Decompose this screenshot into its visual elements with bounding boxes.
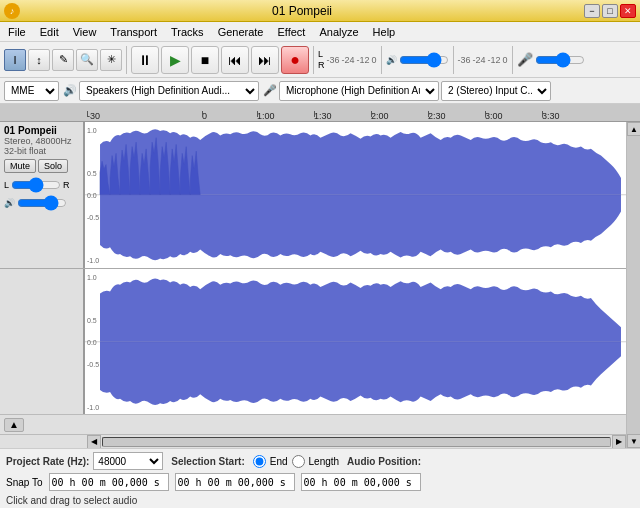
content-area: 01 Pompeii Stereo, 48000Hz 32-bit float … bbox=[0, 122, 640, 448]
project-rate-label: Project Rate (Hz): bbox=[6, 456, 89, 467]
window-title: 01 Pompeii bbox=[20, 4, 584, 18]
output-device-select[interactable]: Speakers (High Definition Audi... bbox=[79, 81, 259, 101]
title-bar: ♪ 01 Pompeii − □ ✕ bbox=[0, 0, 640, 22]
svg-text:0.0: 0.0 bbox=[87, 337, 97, 346]
svg-text:0.5: 0.5 bbox=[87, 168, 97, 177]
audio-position-section: Audio Position: bbox=[347, 456, 421, 467]
track-1-samplerate: Stereo, 48000Hz bbox=[4, 136, 79, 146]
input-device-select[interactable]: Microphone (High Definition Au... bbox=[279, 81, 439, 101]
track-1-waveform[interactable]: 1.0 0.5 0.0 -0.5 -1.0 bbox=[85, 122, 626, 268]
track-2-row: 1.0 0.5 0.0 -0.5 -1.0 bbox=[0, 269, 626, 415]
project-rate-section: Project Rate (Hz): 48000 bbox=[6, 452, 163, 470]
pan-row: L R bbox=[4, 177, 79, 193]
track-1-waveform-svg: 1.0 0.5 0.0 -0.5 -1.0 bbox=[85, 122, 626, 268]
menu-edit[interactable]: Edit bbox=[34, 24, 65, 40]
db-zero: 0 bbox=[372, 55, 377, 65]
audio-position-input[interactable] bbox=[301, 473, 421, 491]
envelope-tool[interactable]: ↕ bbox=[28, 49, 50, 71]
l-label: L bbox=[4, 180, 9, 190]
input-volume-slider[interactable] bbox=[535, 54, 585, 66]
hscroll-left-button[interactable]: ◀ bbox=[87, 435, 101, 449]
menu-help[interactable]: Help bbox=[367, 24, 402, 40]
output-volume-slider[interactable] bbox=[399, 54, 449, 66]
timeline-ruler: -30 0 1:00 1:30 2:00 2:30 3:00 3:30 bbox=[0, 104, 640, 122]
mute-button[interactable]: Mute bbox=[4, 159, 36, 173]
menu-transport[interactable]: Transport bbox=[104, 24, 163, 40]
solo-button[interactable]: Solo bbox=[38, 159, 68, 173]
minimize-button[interactable]: − bbox=[584, 4, 600, 18]
expand-track-button[interactable]: ▲ bbox=[4, 418, 24, 432]
length-radio[interactable] bbox=[292, 455, 305, 468]
separator2 bbox=[313, 46, 314, 74]
track-1-bitdepth: 32-bit float bbox=[4, 146, 79, 156]
menu-effect[interactable]: Effect bbox=[272, 24, 312, 40]
status-row-1: Project Rate (Hz): 48000 Selection Start… bbox=[0, 449, 640, 473]
app-icon: ♪ bbox=[4, 3, 20, 19]
hscroll-right-button[interactable]: ▶ bbox=[612, 435, 626, 449]
separator1 bbox=[126, 46, 127, 74]
separator3 bbox=[381, 46, 382, 74]
speaker-section: 🔊 Speakers (High Definition Audi... bbox=[63, 81, 259, 101]
tick-marks: -30 0 1:00 1:30 2:00 2:30 3:00 3:30 bbox=[87, 104, 640, 121]
track-1-row: 01 Pompeii Stereo, 48000Hz 32-bit float … bbox=[0, 122, 626, 269]
end-radio[interactable] bbox=[253, 455, 266, 468]
tick-3min: 3:00 bbox=[485, 111, 503, 121]
tick-0: 0 bbox=[202, 111, 207, 121]
pan-slider[interactable] bbox=[11, 177, 61, 193]
host-select[interactable]: MME bbox=[4, 81, 59, 101]
record-button[interactable]: ● bbox=[281, 46, 309, 74]
selection-start-section: Selection Start: bbox=[171, 456, 244, 467]
pause-button[interactable]: ⏸ bbox=[131, 46, 159, 74]
mic-icon: 🎤 bbox=[517, 52, 533, 67]
menu-file[interactable]: File bbox=[2, 24, 32, 40]
menu-generate[interactable]: Generate bbox=[212, 24, 270, 40]
menu-view[interactable]: View bbox=[67, 24, 103, 40]
status-inputs-row: Snap To bbox=[0, 473, 640, 493]
track-1-title: 01 Pompeii bbox=[4, 125, 79, 136]
track-1-info: 01 Pompeii Stereo, 48000Hz 32-bit float … bbox=[0, 122, 85, 268]
maximize-button[interactable]: □ bbox=[602, 4, 618, 18]
music-icon: ♪ bbox=[10, 6, 15, 16]
volume-slider[interactable] bbox=[17, 195, 67, 211]
speaker-device-icon: 🔊 bbox=[63, 84, 77, 97]
db-neg24: -24 bbox=[342, 55, 355, 65]
svg-text:0.5: 0.5 bbox=[87, 315, 97, 324]
snap-to-label: Snap To bbox=[6, 477, 43, 488]
horizontal-scrollbar: ◀ ▶ bbox=[0, 434, 626, 448]
draw-tool[interactable]: ✎ bbox=[52, 49, 74, 71]
close-button[interactable]: ✕ bbox=[620, 4, 636, 18]
track-2-waveform[interactable]: 1.0 0.5 0.0 -0.5 -1.0 bbox=[85, 269, 626, 415]
play-button[interactable]: ▶ bbox=[161, 46, 189, 74]
db-neg12: -12 bbox=[357, 55, 370, 65]
multi-tool[interactable]: ✳ bbox=[100, 49, 122, 71]
menu-tracks[interactable]: Tracks bbox=[165, 24, 210, 40]
window-controls: − □ ✕ bbox=[584, 4, 636, 18]
host-section: MME bbox=[4, 81, 59, 101]
level-R-label: R bbox=[318, 60, 325, 70]
selection-start-label: Selection Start: bbox=[171, 456, 244, 467]
zoom-tool[interactable]: 🔍 bbox=[76, 49, 98, 71]
vscroll-down-button[interactable]: ▼ bbox=[627, 434, 640, 448]
hscroll-track[interactable] bbox=[102, 437, 611, 447]
channel-select[interactable]: 2 (Stereo) Input C... bbox=[441, 81, 551, 101]
separator4 bbox=[453, 46, 454, 74]
stop-button[interactable]: ■ bbox=[191, 46, 219, 74]
tick-3min30: 3:30 bbox=[542, 111, 560, 121]
level-meter-lr: L R bbox=[318, 49, 325, 70]
svg-text:1.0: 1.0 bbox=[87, 272, 97, 281]
level-values-right: -36 -24 -12 0 bbox=[458, 55, 508, 65]
menu-analyze[interactable]: Analyze bbox=[313, 24, 364, 40]
vscroll-track[interactable] bbox=[627, 136, 640, 434]
skip-start-button[interactable]: ⏮ bbox=[221, 46, 249, 74]
selection-end-input[interactable] bbox=[175, 473, 295, 491]
project-rate-select[interactable]: 48000 bbox=[93, 452, 163, 470]
app-window: ♪ 01 Pompeii − □ ✕ File Edit View Transp… bbox=[0, 0, 640, 508]
ibeam-tool[interactable]: I bbox=[4, 49, 26, 71]
tick-2min: 2:00 bbox=[371, 111, 389, 121]
separator5 bbox=[512, 46, 513, 74]
skip-end-button[interactable]: ⏭ bbox=[251, 46, 279, 74]
vscroll-up-button[interactable]: ▲ bbox=[627, 122, 640, 136]
selection-start-input[interactable] bbox=[49, 473, 169, 491]
status-message: Click and drag to select audio bbox=[6, 495, 137, 506]
db-neg24-r: -24 bbox=[473, 55, 486, 65]
